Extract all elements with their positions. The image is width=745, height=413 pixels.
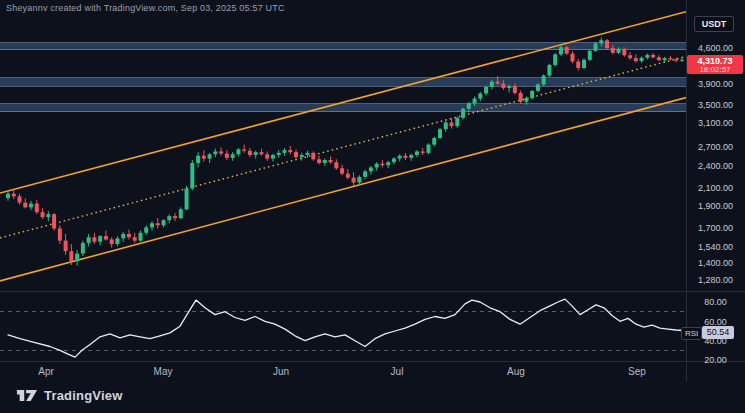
price-tick-label: 3,500.00 <box>686 100 745 110</box>
channel-lower-line[interactable] <box>0 98 686 281</box>
channel-upper-line[interactable] <box>0 12 686 193</box>
symbol-badge: USDT <box>694 16 734 32</box>
tradingview-logo[interactable]: TradingView <box>16 388 123 403</box>
price-tick-label: 1,540.00 <box>686 242 745 252</box>
rsi-tick-label: 80.00 <box>686 297 745 307</box>
price-tick-label: 3,900.00 <box>686 79 745 89</box>
sr-zone <box>0 104 686 112</box>
rsi-tick-label: 20.00 <box>686 355 745 365</box>
tradingview-chart: Sheyannv created with TradingView.com, S… <box>0 0 745 413</box>
tradingview-logo-text: TradingView <box>44 388 123 403</box>
time-tick-label: May <box>154 366 173 377</box>
price-tick-label: 1,280.00 <box>686 275 745 285</box>
bar-countdown: 18:02:57 <box>687 66 743 74</box>
rsi-pane[interactable] <box>0 291 686 361</box>
time-tick-label: Sep <box>628 366 646 377</box>
price-pane[interactable] <box>0 0 686 291</box>
rsi-line <box>8 299 683 357</box>
last-price-badge: 4,310.73 18:02:57 <box>687 55 743 74</box>
rsi-name-chip: RSI <box>681 327 702 340</box>
price-tick-label: 2,400.00 <box>686 161 745 171</box>
time-tick-label: Jun <box>273 366 289 377</box>
sr-zone <box>0 78 686 86</box>
price-tick-label: 1,400.00 <box>686 258 745 268</box>
pane-separator <box>0 291 745 292</box>
time-axis-separator <box>0 361 745 362</box>
price-tick-label: 2,700.00 <box>686 142 745 152</box>
attribution-text: Sheyannv created with TradingView.com, S… <box>6 3 285 13</box>
time-tick-label: Apr <box>38 366 54 377</box>
price-tick-label: 1,700.00 <box>686 223 745 233</box>
price-tick-label: 4,600.00 <box>686 43 745 53</box>
time-tick-label: Aug <box>507 366 525 377</box>
price-tick-label: 1,900.00 <box>686 201 745 211</box>
price-tick-label: 3,100.00 <box>686 118 745 128</box>
price-tick-label: 2,100.00 <box>686 183 745 193</box>
candles-layer[interactable] <box>6 38 684 266</box>
rsi-value-chip: 50.54 <box>702 326 734 339</box>
sr-zone <box>0 43 686 50</box>
time-tick-label: Jul <box>391 366 404 377</box>
tradingview-logo-icon <box>16 388 38 403</box>
